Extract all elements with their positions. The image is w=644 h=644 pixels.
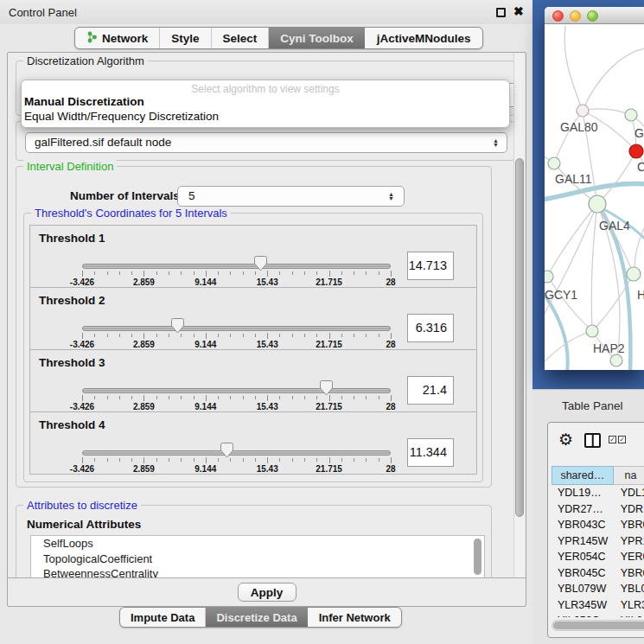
threshold-value-field[interactable]: 21.4 xyxy=(407,376,454,405)
network-canvas[interactable]: GAL80GACGAL11GAL4GCY1HHAP2 xyxy=(545,24,644,370)
node-label: GAL80 xyxy=(560,120,598,134)
slider-track[interactable] xyxy=(82,326,391,331)
table-row[interactable]: YDL19…YDL1 xyxy=(552,485,644,501)
tick-label: -3.426 xyxy=(70,402,94,411)
table-row[interactable]: YDR27…YDR2 xyxy=(552,501,644,518)
split-columns-icon[interactable] xyxy=(584,433,601,448)
tick-mark xyxy=(329,333,330,339)
cell-shared-name[interactable]: YDR27… xyxy=(552,501,614,518)
tab-infer-network[interactable]: Infer Network xyxy=(308,608,401,627)
table-row[interactable]: YER054CYER0 xyxy=(552,549,644,565)
float-panel-icon[interactable] xyxy=(496,8,506,17)
dropdown-option-equal-width[interactable]: Equal Width/Frequency Discretization xyxy=(22,110,509,124)
cell-name[interactable]: YBR0 xyxy=(614,517,644,533)
table-row[interactable]: YBL079WYBL0 xyxy=(552,581,644,597)
cell-name[interactable]: YER0 xyxy=(614,549,644,565)
cell-shared-name[interactable]: YPR145W xyxy=(552,533,614,550)
slider-track[interactable] xyxy=(82,450,391,456)
network-node-hap2[interactable] xyxy=(586,325,598,337)
combo-stepper-icon[interactable]: ▲▼ xyxy=(493,138,499,147)
vertical-scrollbar[interactable] xyxy=(513,54,525,577)
network-node-gal4[interactable] xyxy=(589,195,606,213)
table-data-combobox[interactable]: galFiltered.sif default node xyxy=(25,132,507,153)
apply-button[interactable]: Apply xyxy=(238,583,296,602)
checkbox-icon: ✓ xyxy=(618,436,626,443)
network-window-titlebar[interactable] xyxy=(545,7,644,24)
cell-name[interactable]: YDL1 xyxy=(614,485,644,501)
tab-discretize-data[interactable]: Discretize Data xyxy=(205,608,307,627)
network-node-gal11[interactable] xyxy=(548,157,560,169)
table-row[interactable]: YIL052CYIL0 xyxy=(552,613,644,617)
list-scrollbar-thumb[interactable] xyxy=(474,539,481,575)
table-row[interactable]: YBR045CYBR0 xyxy=(552,565,644,582)
threshold-value-field[interactable]: 14.713 xyxy=(407,252,454,280)
tab-jactivemnodules[interactable]: jActiveMNodules xyxy=(365,28,482,48)
cell-shared-name[interactable]: YIL052C xyxy=(552,613,614,617)
cell-shared-name[interactable]: YBL079W xyxy=(552,581,614,597)
slider-thumb[interactable] xyxy=(320,380,333,396)
table-row[interactable]: YBR043CYBR0 xyxy=(552,517,644,533)
attribute-item-selfloops[interactable]: SelfLoops xyxy=(31,536,484,552)
slider-thumb[interactable] xyxy=(220,443,233,458)
horizontal-scrollbar[interactable] xyxy=(552,620,644,631)
network-node-gcy1[interactable] xyxy=(545,271,553,283)
table-row[interactable]: YLR345WYLR3 xyxy=(552,597,644,614)
apply-row: Apply xyxy=(8,577,526,606)
cell-shared-name[interactable]: YLR345W xyxy=(552,597,614,614)
combo-stepper-icon[interactable]: ▲▼ xyxy=(388,192,394,201)
tick-mark xyxy=(218,334,219,337)
column-header-name[interactable]: na xyxy=(614,466,644,485)
dropdown-option-manual[interactable]: Manual Discretization xyxy=(22,95,509,110)
zoom-traffic-light-icon[interactable] xyxy=(587,10,598,22)
tick-mark xyxy=(391,457,392,463)
slider-thumb[interactable] xyxy=(171,318,184,334)
cell-shared-name[interactable]: YBR045C xyxy=(552,565,614,582)
threshold-value-field[interactable]: 11.344 xyxy=(407,438,454,467)
vertical-scrollbar-thumb[interactable] xyxy=(515,158,524,517)
slider-track[interactable] xyxy=(82,264,391,269)
tab-cyni-toolbox[interactable]: Cyni Toolbox xyxy=(268,28,365,48)
tab-impute-data[interactable]: Impute Data xyxy=(120,608,205,627)
threshold-value-field[interactable]: 6.316 xyxy=(407,314,454,342)
tab-style[interactable]: Style xyxy=(159,28,210,48)
tab-select[interactable]: Select xyxy=(211,28,269,48)
close-icon[interactable]: ✖ xyxy=(513,4,524,18)
gear-icon[interactable]: ⚙ xyxy=(558,430,573,450)
close-traffic-light-icon[interactable] xyxy=(552,10,564,22)
tab-label: Select xyxy=(223,32,258,45)
attribute-item-betweennesscentrality[interactable]: BetweennessCentrality xyxy=(31,566,484,577)
slider-track[interactable] xyxy=(82,388,391,393)
network-node[interactable] xyxy=(610,354,622,367)
cell-name[interactable]: YBL0 xyxy=(614,581,644,597)
cell-shared-name[interactable]: YBR043C xyxy=(552,517,614,533)
cell-name[interactable]: YLR3 xyxy=(614,597,644,614)
tick-label: 2.859 xyxy=(133,464,155,474)
cell-name[interactable]: YIL0 xyxy=(614,613,644,617)
column-header-shared-name[interactable]: shared… xyxy=(552,466,614,485)
slider-thumb[interactable] xyxy=(254,256,267,271)
network-node-h[interactable] xyxy=(627,267,641,281)
network-node-c[interactable] xyxy=(629,144,643,158)
select-columns-icon[interactable]: ✓ ✓ xyxy=(609,436,626,443)
cell-name[interactable]: YPR1 xyxy=(614,533,644,550)
cell-name[interactable]: YBR0 xyxy=(614,565,644,582)
number-of-intervals-combobox[interactable]: 5 xyxy=(177,186,405,207)
tick-mark xyxy=(316,458,317,462)
tick-label: 15.43 xyxy=(257,277,278,287)
network-node-ga[interactable] xyxy=(625,109,637,121)
tab-network[interactable]: Network xyxy=(75,28,159,48)
cell-shared-name[interactable]: YDL19… xyxy=(552,485,614,501)
horizontal-scrollbar-thumb[interactable] xyxy=(553,622,644,629)
tick-mark xyxy=(143,333,144,339)
cell-name[interactable]: YDR2 xyxy=(614,501,644,518)
group-title: Discretization Algorithm xyxy=(23,54,148,67)
network-node-gal80[interactable] xyxy=(577,105,589,117)
cell-shared-name[interactable]: YER054C xyxy=(552,549,614,565)
attribute-item-topologicalcoefficient[interactable]: TopologicalCoefficient xyxy=(31,552,484,567)
slider-ticks xyxy=(82,333,391,340)
numerical-attributes-list[interactable]: SelfLoopsTopologicalCoefficientBetweenne… xyxy=(30,535,485,577)
table-row[interactable]: YPR145WYPR1 xyxy=(552,533,644,550)
interval-definition-group: Interval Definition Number of Intervals … xyxy=(16,166,492,488)
network-graph: GAL80GACGAL11GAL4GCY1HHAP2 xyxy=(545,24,644,370)
minimize-traffic-light-icon[interactable] xyxy=(570,10,581,22)
